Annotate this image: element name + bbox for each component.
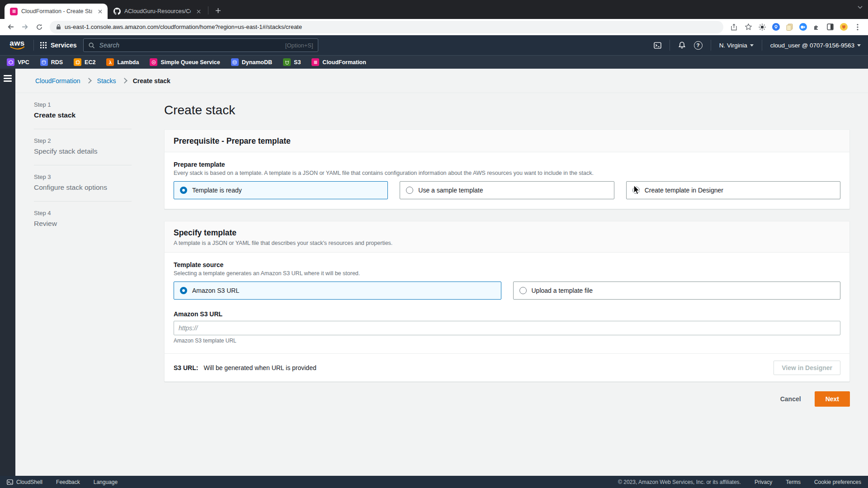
new-tab-button[interactable] [212, 5, 224, 16]
option-upload-template-file[interactable]: Upload a template file [513, 282, 841, 300]
nav-divider [33, 40, 34, 51]
favorite-ec2[interactable]: EC2 [74, 58, 95, 66]
footer-privacy[interactable]: Privacy [755, 479, 772, 485]
account-menu[interactable]: cloud_user @ 0707-9156-9563 [770, 42, 861, 49]
radio-icon[interactable] [519, 287, 527, 294]
prerequisite-panel: Prerequisite - Prepare template Prepare … [164, 129, 850, 209]
chevron-right-icon [122, 78, 127, 84]
menu-hamburger-icon[interactable] [4, 75, 12, 83]
aws-logo-text: aws [9, 40, 25, 46]
notes-extension-icon[interactable] [784, 22, 795, 33]
search-input[interactable] [99, 41, 282, 49]
favorite-s3[interactable]: S3 [283, 58, 301, 66]
help-icon[interactable]: ? [694, 41, 703, 50]
account-label: cloud_user @ 0707-9156-9563 [770, 42, 854, 49]
favorites-bar: VPC RDS EC2 λ Lambda Simple Queue Servic… [0, 55, 868, 69]
bookmark-star-icon[interactable] [742, 21, 754, 33]
profile-fox-avatar[interactable] [838, 22, 849, 33]
radio-selected-icon[interactable] [180, 187, 187, 194]
ec2-service-icon [74, 58, 81, 66]
wizard-steps: Step 1 Create stack Step 2 Specify stack… [34, 101, 132, 229]
footer-language[interactable]: Language [94, 479, 118, 485]
tab-separator [208, 6, 208, 14]
radio-icon[interactable] [406, 187, 413, 194]
specify-template-title: Specify template [174, 228, 840, 238]
github-favicon-icon [113, 8, 121, 15]
option-use-sample-template[interactable]: Use a sample template [400, 181, 614, 199]
breadcrumb-stacks[interactable]: Stacks [97, 77, 116, 84]
footer-feedback[interactable]: Feedback [56, 479, 80, 485]
tab-cloudformation[interactable]: CloudFormation - Create Stack [5, 4, 108, 19]
password-manager-extension-icon[interactable] [770, 22, 781, 33]
aws-logo[interactable]: aws [7, 40, 27, 50]
favorite-rds[interactable]: RDS [40, 58, 63, 66]
cloudshell-terminal-icon [7, 479, 13, 485]
specify-template-description: A template is a JSON or YAML file that d… [174, 240, 840, 246]
region-selector[interactable]: N. Virginia [719, 42, 754, 49]
favorite-sqs[interactable]: Simple Queue Service [150, 58, 220, 66]
sqs-service-icon [150, 58, 157, 66]
favorite-vpc[interactable]: VPC [7, 58, 29, 66]
tab-close-icon[interactable] [194, 7, 203, 15]
zoom-camera-extension-icon[interactable] [797, 22, 808, 33]
console-footer: CloudShell Feedback Language © 2023, Ama… [0, 476, 868, 488]
settings-sun-extension-icon[interactable] [757, 22, 768, 33]
s3-url-field-label: Amazon S3 URL [174, 310, 840, 318]
breadcrumb-current: Create stack [133, 77, 170, 84]
footer-cookie-preferences[interactable]: Cookie preferences [814, 479, 861, 485]
specify-template-panel: Specify template A template is a JSON or… [164, 221, 850, 382]
cloudshell-terminal-icon[interactable] [654, 42, 661, 49]
lock-icon [56, 24, 61, 30]
nav-divider [762, 40, 762, 51]
option-amazon-s3-url[interactable]: Amazon S3 URL [174, 282, 501, 300]
favorite-dynamodb[interactable]: DynamoDB [231, 58, 272, 66]
lambda-service-icon: λ [106, 58, 114, 66]
next-button[interactable]: Next [815, 391, 850, 407]
share-icon[interactable] [728, 21, 740, 33]
step-3-configure-stack-options: Step 3 Configure stack options [34, 174, 132, 192]
forward-icon[interactable] [19, 21, 31, 33]
template-source-description: Selecting a template generates an Amazon… [174, 270, 840, 277]
step-2-specify-stack-details: Step 2 Specify stack details [34, 137, 132, 156]
address-bar[interactable]: us-east-1.console.aws.amazon.com/cloudfo… [50, 21, 723, 33]
back-icon[interactable] [5, 21, 16, 33]
main-content: Create stack Prerequisite - Prepare temp… [164, 93, 850, 407]
s3-url-result-value: Will be generated when URL is provided [203, 364, 316, 371]
footer-cloudshell[interactable]: CloudShell [7, 479, 42, 485]
footer-terms[interactable]: Terms [786, 479, 801, 485]
breadcrumb-cloudformation[interactable]: CloudFormation [35, 77, 80, 84]
favorite-lambda[interactable]: λ Lambda [106, 58, 139, 66]
copyright-text: © 2023, Amazon Web Services, Inc. or its… [618, 479, 741, 485]
option-create-template-in-designer[interactable]: Create template in Designer [626, 181, 840, 199]
console-search[interactable]: [Option+S] [83, 38, 318, 52]
s3-url-result-label: S3 URL: [174, 364, 198, 371]
nav-divider [670, 40, 670, 51]
tab-close-icon[interactable] [96, 7, 104, 15]
grid-icon [40, 42, 47, 48]
favorite-cloudformation[interactable]: CloudFormation [311, 58, 366, 66]
radio-icon[interactable] [632, 187, 640, 194]
chevron-right-icon [86, 78, 92, 84]
notifications-bell-icon[interactable] [678, 41, 686, 49]
browser-menu-icon[interactable] [852, 21, 863, 33]
window-chevron-icon[interactable] [858, 5, 863, 9]
step-1-create-stack: Step 1 Create stack [34, 101, 132, 120]
s3-url-input[interactable] [174, 321, 840, 335]
divider [34, 129, 132, 129]
browser-tab-strip: CloudFormation - Create Stack ACloudGuru… [0, 0, 868, 19]
dynamodb-service-icon [231, 58, 239, 66]
extensions-puzzle-icon[interactable] [811, 22, 822, 33]
tab-github[interactable]: ACloudGuru-Resources/Course [108, 4, 206, 19]
search-icon [88, 42, 95, 49]
divider [34, 201, 132, 202]
services-menu[interactable]: Services [40, 42, 77, 49]
cancel-button[interactable]: Cancel [780, 392, 801, 406]
url-text: us-east-1.console.aws.amazon.com/cloudfo… [65, 23, 302, 30]
split-view-extension-icon[interactable] [825, 22, 835, 33]
reload-icon[interactable] [33, 21, 45, 33]
option-template-is-ready[interactable]: Template is ready [174, 181, 388, 199]
chevron-down-icon [750, 44, 754, 47]
view-in-designer-button[interactable]: View in Designer [774, 361, 840, 375]
radio-selected-icon[interactable] [180, 287, 187, 294]
aws-smile-icon [9, 46, 25, 50]
